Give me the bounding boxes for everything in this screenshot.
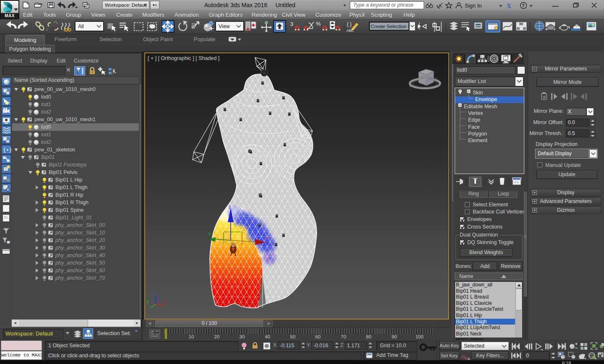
svg-text:S: S bbox=[409, 84, 411, 87]
svg-text:x: x bbox=[164, 300, 166, 304]
svg-text:FRONT: FRONT bbox=[428, 77, 438, 80]
svg-text:Create Selection Se: Create Selection Se bbox=[371, 24, 414, 29]
svg-text:y: y bbox=[147, 299, 149, 304]
svg-text:{▪}: {▪} bbox=[3, 147, 12, 153]
svg-text:%: % bbox=[316, 21, 321, 27]
svg-text:x: x bbox=[266, 235, 268, 240]
svg-text:X: X bbox=[507, 3, 511, 9]
svg-text:ABC: ABC bbox=[346, 29, 354, 33]
svg-text:z: z bbox=[229, 204, 231, 209]
svg-text:{ }: { } bbox=[347, 21, 351, 27]
svg-text:E: E bbox=[439, 81, 441, 84]
svg-text:View: View bbox=[219, 23, 230, 29]
svg-text:z: z bbox=[154, 291, 156, 296]
svg-text:?: ? bbox=[522, 3, 525, 8]
svg-text:Sign In: Sign In bbox=[465, 3, 482, 9]
svg-text:LFT: LFT bbox=[420, 76, 425, 79]
svg-text:All: All bbox=[78, 23, 84, 29]
svg-text:y: y bbox=[208, 231, 211, 236]
svg-text:3: 3 bbox=[290, 21, 293, 27]
